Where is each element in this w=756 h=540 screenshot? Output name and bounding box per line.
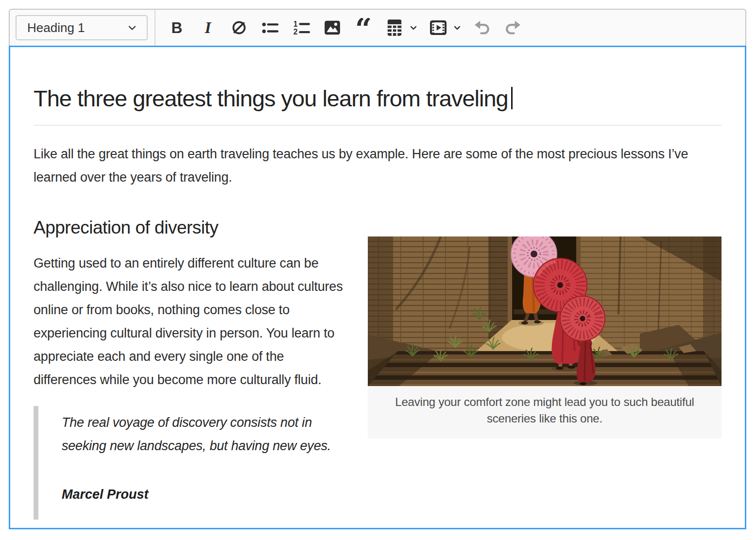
editing-area[interactable]: The three greatest things you learn from… [9, 46, 746, 529]
svg-text:2: 2 [293, 28, 298, 36]
image-icon [323, 18, 342, 37]
text-caret [511, 87, 513, 109]
insert-table-dropdown[interactable] [406, 14, 421, 42]
rich-text-editor: Heading 1 B I 1 [9, 9, 746, 529]
media-embed-button[interactable] [423, 14, 454, 42]
svg-text:1: 1 [293, 20, 298, 28]
svg-text:“: “ [355, 18, 372, 37]
table-icon [385, 18, 404, 37]
section-paragraph[interactable]: Getting used to an entirely different cu… [34, 252, 374, 391]
intro-paragraph[interactable]: Like all the great things on earth trave… [34, 142, 722, 189]
heading-dropdown-label: Heading 1 [27, 20, 85, 35]
editor-toolbar: Heading 1 B I 1 [9, 9, 746, 46]
numbered-list-button[interactable]: 1 2 [286, 14, 317, 42]
quote-text: The real voyage of discovery consists no… [62, 411, 363, 457]
insert-table-button[interactable] [379, 14, 410, 42]
svg-text:I: I [205, 18, 212, 36]
redo-icon [503, 18, 523, 37]
chevron-down-icon [452, 23, 462, 33]
block-quote[interactable]: The real voyage of discovery consists no… [34, 406, 369, 520]
link-button[interactable] [223, 14, 255, 42]
italic-icon: I [198, 18, 218, 37]
block-quote-button[interactable]: “ [348, 14, 379, 42]
document-title-text: The three greatest things you learn from… [34, 85, 508, 111]
svg-text:B: B [172, 19, 183, 36]
monks-temple-photo [368, 236, 722, 386]
bulleted-list-button[interactable] [255, 14, 286, 42]
link-icon [229, 18, 249, 37]
media-embed-dropdown[interactable] [450, 14, 464, 42]
quote-author: Marcel Proust [62, 483, 369, 506]
undo-button[interactable] [466, 14, 498, 42]
block-quote-icon: “ [354, 18, 373, 37]
undo-icon [472, 18, 492, 37]
image-caption[interactable]: Leaving your comfort zone might lead you… [368, 386, 722, 439]
chevron-down-icon [409, 23, 418, 33]
section-heading[interactable]: Appreciation of diversity [34, 217, 722, 238]
bold-icon: B [167, 18, 187, 37]
italic-button[interactable]: I [192, 14, 223, 42]
article-image-figure[interactable]: Leaving your comfort zone might lead you… [368, 236, 722, 439]
insert-image-button[interactable] [317, 14, 348, 42]
media-embed-icon [429, 18, 448, 37]
toolbar-separator [155, 10, 155, 46]
numbered-list-icon: 1 2 [292, 18, 311, 37]
chevron-down-icon [126, 22, 138, 34]
redo-button[interactable] [498, 14, 529, 42]
bold-button[interactable]: B [161, 14, 192, 42]
bulleted-list-icon [260, 18, 280, 37]
heading-dropdown[interactable]: Heading 1 [16, 15, 148, 40]
document-title[interactable]: The three greatest things you learn from… [34, 85, 722, 126]
